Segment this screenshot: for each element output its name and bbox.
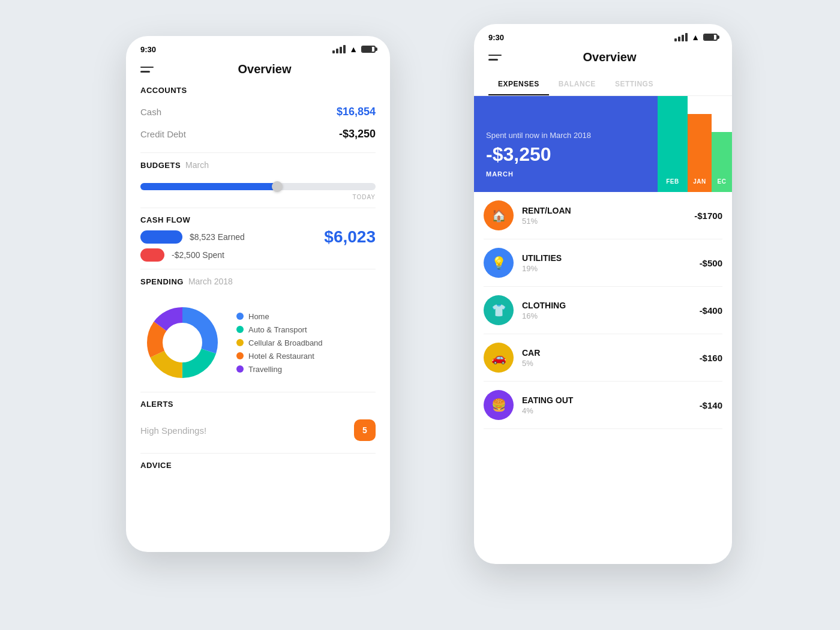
- earned-bar: [140, 230, 182, 244]
- hero-month-label: MARCH: [486, 170, 646, 178]
- credit-value: -$3,250: [339, 128, 376, 140]
- alerts-text: High Spendings!: [140, 425, 206, 436]
- hamburger-menu[interactable]: [140, 67, 154, 73]
- clothing-info: CLOTHING 16%: [522, 301, 691, 320]
- expense-eating[interactable]: 🍔 EATING OUT 4% -$140: [484, 382, 722, 429]
- phone2-card: 9:30 ▲ Overview EXPENSES BALANCE SETTING…: [474, 24, 732, 564]
- expense-rent[interactable]: 🏠 RENT/LOAN 51% -$1700: [484, 192, 722, 239]
- cashflow-label: CASH FLOW: [140, 215, 376, 224]
- cashflow-section: CASH FLOW $8,523 Earned -$2,500 Spent $6…: [140, 215, 376, 262]
- legend-dot-hotel: [236, 352, 244, 359]
- tab-settings[interactable]: SETTINGS: [605, 74, 663, 95]
- divider-3: [140, 269, 376, 269]
- spending-month: March 2018: [188, 277, 233, 286]
- month-feb[interactable]: FEB: [658, 96, 688, 192]
- donut-chart: [140, 301, 224, 385]
- expense-utilities[interactable]: 💡 UTILITIES 19% -$500: [484, 239, 722, 287]
- phone1-content: ACCOUNTS Cash $16,854 Credit Debt -$3,25…: [126, 86, 390, 476]
- budget-thumb: [272, 181, 283, 192]
- legend-label-cellular: Cellular & Broadband: [248, 338, 323, 347]
- nav-bar-1: Overview: [126, 58, 390, 86]
- budgets-month: March: [185, 160, 209, 170]
- divider-5: [140, 453, 376, 454]
- earned-label: $8,523 Earned: [190, 232, 245, 242]
- budgets-label: BUDGETS: [140, 161, 181, 170]
- alerts-section: ALERTS High Spendings! 5: [140, 400, 376, 446]
- legend-dot-auto: [236, 326, 244, 333]
- hero-card-main: Spent until now in March 2018 -$3,250 MA…: [474, 96, 658, 192]
- cash-label: Cash: [140, 107, 161, 117]
- menu-line-2: [140, 71, 150, 73]
- expense-list: 🏠 RENT/LOAN 51% -$1700 💡 UTILITIES 19% -…: [474, 192, 732, 429]
- eating-amount: -$140: [700, 400, 722, 410]
- clothing-amount: -$400: [700, 305, 722, 316]
- today-label: TODAY: [140, 194, 376, 200]
- eating-icon: 🍔: [484, 390, 514, 420]
- legend-label-travel: Travelling: [248, 365, 282, 374]
- cashflow-rows: $8,523 Earned -$2,500 Spent: [140, 230, 245, 262]
- legend-label-home: Home: [248, 312, 269, 321]
- hero-months: FEB JAN EC: [658, 96, 732, 192]
- spent-row: -$2,500 Spent: [140, 248, 245, 262]
- spending-header: SPENDING March 2018: [140, 277, 376, 292]
- spent-bar: [140, 248, 164, 262]
- tab-expenses[interactable]: EXPENSES: [488, 74, 549, 95]
- clothing-icon: 👕: [484, 295, 514, 325]
- phone1-card: 9:30 ▲ Overview ACCOUNTS Cash $16,854 Cr…: [126, 36, 390, 552]
- legend-hotel: Hotel & Restaurant: [236, 352, 323, 361]
- signal-icon-2: [674, 33, 688, 41]
- legend-dot-travel: [236, 365, 244, 373]
- account-row-credit: Credit Debt -$3,250: [140, 123, 376, 145]
- legend-dot-home: [236, 313, 244, 320]
- spending-body: Home Auto & Transport Cellular & Broadba…: [140, 301, 376, 385]
- account-row-cash: Cash $16,854: [140, 101, 376, 123]
- nav-bar-2: Overview: [474, 46, 732, 74]
- utilities-pct: 19%: [522, 264, 691, 273]
- wifi-icon-2: ▲: [691, 32, 700, 42]
- eating-info: EATING OUT 4%: [522, 395, 691, 415]
- nav-title-1: Overview: [154, 62, 376, 76]
- hero-amount: -$3,250: [486, 143, 646, 166]
- rent-icon: 🏠: [484, 200, 514, 230]
- spent-label: -$2,500 Spent: [172, 250, 224, 260]
- alerts-badge: 5: [354, 419, 376, 441]
- status-bar-1: 9:30 ▲: [126, 36, 390, 58]
- expense-car[interactable]: 🚗 CAR 5% -$160: [484, 334, 722, 382]
- eating-name: EATING OUT: [522, 395, 691, 405]
- legend-cellular: Cellular & Broadband: [236, 338, 323, 347]
- donut-svg: [140, 301, 224, 385]
- battery-icon-2: [703, 34, 718, 41]
- hamburger-menu-2[interactable]: [488, 55, 502, 61]
- eating-pct: 4%: [522, 406, 691, 415]
- menu-line-1-2: [488, 55, 502, 56]
- divider-4: [140, 392, 376, 392]
- menu-line-1: [140, 67, 154, 68]
- legend-auto: Auto & Transport: [236, 325, 323, 334]
- car-icon: 🚗: [484, 343, 514, 373]
- status-icons-2: ▲: [674, 32, 718, 42]
- divider-2: [140, 208, 376, 208]
- wifi-icon: ▲: [349, 44, 358, 54]
- spending-section: SPENDING March 2018: [140, 277, 376, 385]
- legend-dot-cellular: [236, 339, 244, 346]
- nav-title-2: Overview: [502, 50, 718, 64]
- legend-label-hotel: Hotel & Restaurant: [248, 352, 314, 361]
- spending-label: SPENDING: [140, 277, 184, 286]
- cashflow-total: $6,023: [324, 227, 376, 247]
- legend-travel: Travelling: [236, 365, 323, 374]
- rent-pct: 51%: [522, 217, 686, 226]
- month-jan[interactable]: JAN: [688, 114, 712, 192]
- tab-balance[interactable]: BALANCE: [549, 74, 605, 95]
- utilities-icon: 💡: [484, 248, 514, 278]
- month-dec[interactable]: EC: [712, 132, 732, 192]
- expense-clothing[interactable]: 👕 CLOTHING 16% -$400: [484, 287, 722, 334]
- legend: Home Auto & Transport Cellular & Broadba…: [236, 312, 323, 374]
- budgets-header: BUDGETS March: [140, 160, 376, 176]
- hero-area: Spent until now in March 2018 -$3,250 MA…: [474, 96, 732, 192]
- car-pct: 5%: [522, 359, 691, 368]
- budget-bar[interactable]: [140, 183, 376, 190]
- legend-label-auto: Auto & Transport: [248, 325, 307, 334]
- alerts-label: ALERTS: [140, 400, 376, 409]
- alerts-row: High Spendings! 5: [140, 415, 376, 446]
- rent-info: RENT/LOAN 51%: [522, 206, 686, 226]
